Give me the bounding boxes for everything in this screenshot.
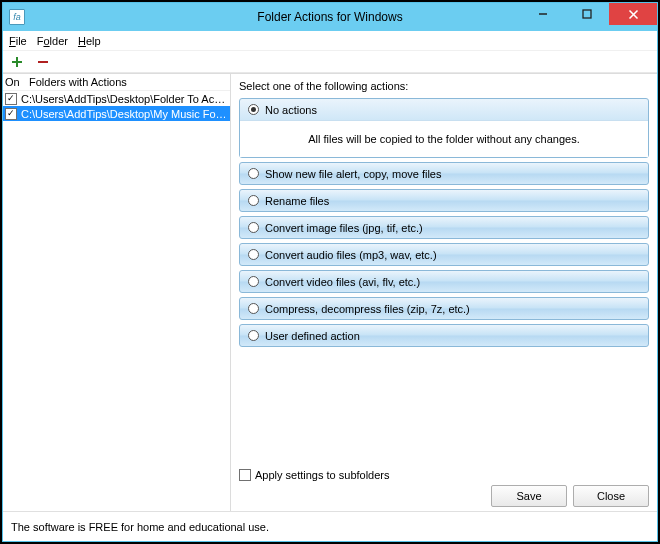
action-header[interactable]: Convert audio files (mp3, wav, etc.) [240, 244, 648, 265]
action-item[interactable]: Convert audio files (mp3, wav, etc.) [239, 243, 649, 266]
menu-file[interactable]: File [9, 35, 27, 47]
status-bar: The software is FREE for home and educat… [3, 511, 657, 541]
folder-path: C:\Users\AddTips\Desktop\My Music Folder [21, 108, 228, 120]
column-on[interactable]: On [5, 76, 29, 88]
apply-subfolders-row[interactable]: Apply settings to subfolders [239, 464, 649, 481]
maximize-button[interactable] [565, 3, 609, 25]
action-item[interactable]: No actionsAll files will be copied to th… [239, 98, 649, 158]
apply-subfolders-label: Apply settings to subfolders [255, 469, 390, 481]
action-header[interactable]: Show new file alert, copy, move files [240, 163, 648, 184]
folders-list[interactable]: C:\Users\AddTips\Desktop\Folder To Actio… [3, 91, 230, 511]
action-header[interactable]: Convert video files (avi, flv, etc.) [240, 271, 648, 292]
action-radio[interactable] [248, 222, 259, 233]
close-icon [628, 9, 639, 20]
action-radio[interactable] [248, 276, 259, 287]
titlebar: fa Folder Actions for Windows [3, 3, 657, 31]
action-label: Show new file alert, copy, move files [265, 168, 441, 180]
save-button[interactable]: Save [491, 485, 567, 507]
action-item[interactable]: Convert image files (jpg, tif, etc.) [239, 216, 649, 239]
action-radio[interactable] [248, 330, 259, 341]
action-item[interactable]: Convert video files (avi, flv, etc.) [239, 270, 649, 293]
folder-row[interactable]: C:\Users\AddTips\Desktop\Folder To Actio… [3, 91, 230, 106]
actions-pane: Select one of the following actions: No … [231, 74, 657, 511]
main-split: On Folders with Actions C:\Users\AddTips… [3, 73, 657, 511]
action-header[interactable]: Compress, decompress files (zip, 7z, etc… [240, 298, 648, 319]
action-label: User defined action [265, 330, 360, 342]
folders-pane: On Folders with Actions C:\Users\AddTips… [3, 74, 231, 511]
folder-checkbox[interactable] [5, 93, 17, 105]
window-controls [521, 3, 657, 31]
minimize-icon [538, 9, 548, 19]
action-header[interactable]: No actions [240, 99, 648, 120]
action-label: Convert image files (jpg, tif, etc.) [265, 222, 423, 234]
close-dialog-button[interactable]: Close [573, 485, 649, 507]
actions-prompt: Select one of the following actions: [239, 80, 649, 92]
action-label: Compress, decompress files (zip, 7z, etc… [265, 303, 470, 315]
dialog-buttons: Save Close [239, 481, 649, 507]
close-button[interactable] [609, 3, 657, 25]
action-header[interactable]: Convert image files (jpg, tif, etc.) [240, 217, 648, 238]
action-label: Convert video files (avi, flv, etc.) [265, 276, 420, 288]
action-radio[interactable] [248, 104, 259, 115]
action-radio[interactable] [248, 303, 259, 314]
app-window: fa Folder Actions for Windows File Folde… [2, 2, 658, 542]
action-item[interactable]: Show new file alert, copy, move files [239, 162, 649, 185]
action-item[interactable]: Compress, decompress files (zip, 7z, etc… [239, 297, 649, 320]
toolbar [3, 51, 657, 73]
apply-subfolders-checkbox[interactable] [239, 469, 251, 481]
action-detail: All files will be copied to the folder w… [240, 120, 648, 157]
action-radio[interactable] [248, 168, 259, 179]
folders-header: On Folders with Actions [3, 74, 230, 91]
action-radio[interactable] [248, 249, 259, 260]
action-label: Convert audio files (mp3, wav, etc.) [265, 249, 437, 261]
menu-help[interactable]: Help [78, 35, 101, 47]
app-icon: fa [9, 9, 25, 25]
action-header[interactable]: Rename files [240, 190, 648, 211]
add-folder-button[interactable] [9, 54, 25, 70]
minimize-button[interactable] [521, 3, 565, 25]
folder-checkbox[interactable] [5, 108, 17, 120]
folder-row[interactable]: C:\Users\AddTips\Desktop\My Music Folder [3, 106, 230, 121]
action-radio[interactable] [248, 195, 259, 206]
maximize-icon [582, 9, 592, 19]
action-item[interactable]: User defined action [239, 324, 649, 347]
plus-icon [11, 56, 23, 68]
folder-path: C:\Users\AddTips\Desktop\Folder To Actio… [21, 93, 228, 105]
column-path[interactable]: Folders with Actions [29, 76, 127, 88]
menu-bar: File Folder Help [3, 31, 657, 51]
menu-folder[interactable]: Folder [37, 35, 68, 47]
minus-icon [37, 56, 49, 68]
svg-rect-1 [583, 10, 591, 18]
action-label: No actions [265, 104, 317, 116]
action-item[interactable]: Rename files [239, 189, 649, 212]
actions-list: No actionsAll files will be copied to th… [239, 98, 649, 347]
status-text: The software is FREE for home and educat… [11, 521, 269, 533]
remove-folder-button[interactable] [35, 54, 51, 70]
action-label: Rename files [265, 195, 329, 207]
action-header[interactable]: User defined action [240, 325, 648, 346]
